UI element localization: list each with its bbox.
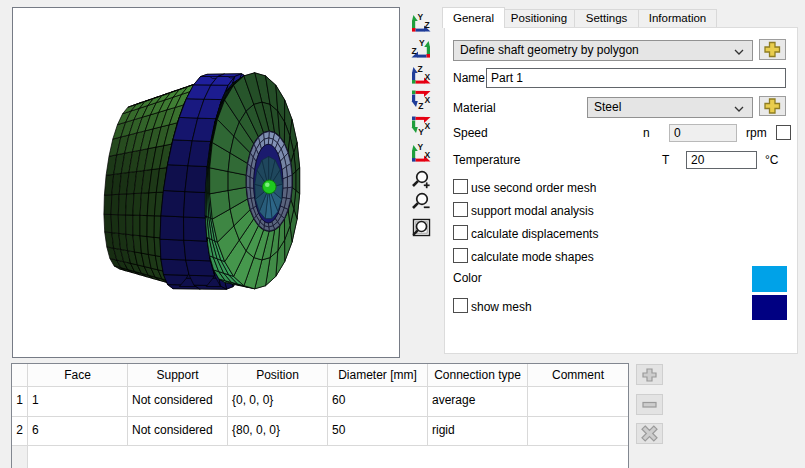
svg-text:X: X bbox=[425, 121, 431, 131]
svg-text:Z: Z bbox=[418, 64, 423, 74]
svg-text:X: X bbox=[425, 72, 431, 82]
svg-text:Y: Y bbox=[418, 142, 424, 152]
svg-text:X: X bbox=[425, 95, 431, 105]
svg-text:Y: Y bbox=[418, 12, 424, 22]
svg-text:Z: Z bbox=[425, 20, 430, 30]
svg-text:Z: Z bbox=[412, 46, 417, 56]
svg-text:X: X bbox=[425, 150, 431, 160]
svg-text:Y: Y bbox=[418, 127, 424, 136]
svg-text:Z: Z bbox=[418, 101, 423, 110]
svg-text:Y: Y bbox=[419, 38, 425, 48]
